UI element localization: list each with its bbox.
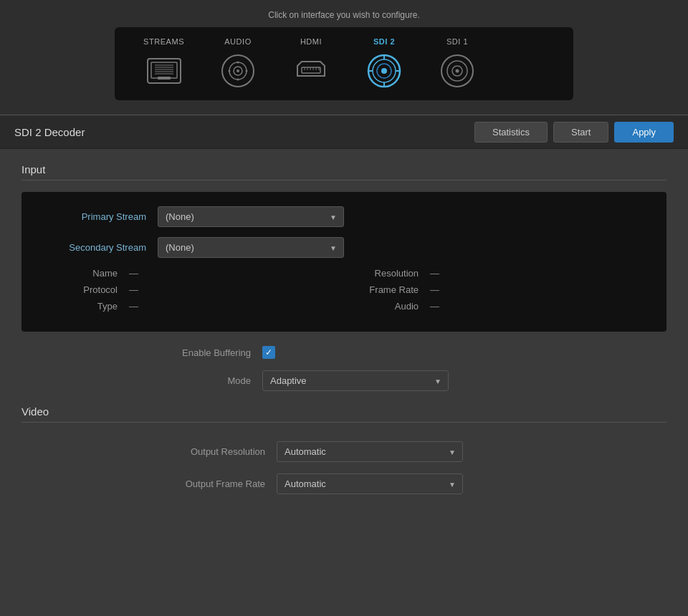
svg-point-15 <box>246 70 248 72</box>
output-resolution-select[interactable]: Automatic 1920x1080 1280x720 720x576 <box>277 441 463 462</box>
frame-rate-label: Frame Rate <box>344 284 430 295</box>
protocol-row-left: Protocol — <box>43 284 344 295</box>
audio-label: Audio <box>344 301 430 312</box>
output-frame-rate-row: Output Frame Rate Automatic 25 29.97 30 … <box>22 473 666 494</box>
secondary-stream-label: Secondary Stream <box>43 242 158 253</box>
name-label: Name <box>43 268 129 279</box>
output-frame-rate-dropdown-wrap: Automatic 25 29.97 30 50 59.94 60 ▼ <box>277 473 463 494</box>
name-row-left: Name — <box>43 268 344 279</box>
type-label: Type <box>43 301 129 312</box>
frame-rate-value: — <box>430 284 439 295</box>
device-item-hdmi[interactable]: HDMI <box>292 37 330 90</box>
video-rows: Output Resolution Automatic 1920x1080 12… <box>22 430 666 494</box>
video-section-label: Video <box>22 405 666 423</box>
input-config-box: Primary Stream (None) Stream 1 Stream 2 … <box>22 192 666 332</box>
svg-point-26 <box>381 68 387 74</box>
info-row-protocol-framerate: Protocol — Frame Rate — <box>43 284 645 295</box>
device-item-sdi1[interactable]: SDI 1 <box>438 37 477 90</box>
output-frame-rate-select[interactable]: Automatic 25 29.97 30 50 59.94 60 <box>277 473 463 494</box>
hdmi-icon <box>292 52 330 90</box>
audio-value: — <box>430 301 439 312</box>
primary-stream-select[interactable]: (None) Stream 1 Stream 2 <box>158 206 344 227</box>
sdi1-icon <box>438 52 477 90</box>
start-button[interactable]: Start <box>553 122 608 143</box>
sdi2-icon <box>365 52 403 90</box>
secondary-stream-select[interactable]: (None) Stream 1 Stream 2 <box>158 237 344 258</box>
device-bar: STREAMS AUDIO <box>115 27 573 100</box>
resolution-label: Resolution <box>344 268 430 279</box>
main-content: Input Primary Stream (None) Stream 1 Str… <box>0 149 688 520</box>
device-label-hdmi: HDMI <box>300 37 322 46</box>
device-label-audio: AUDIO <box>224 37 252 46</box>
device-label-sdi1: SDI 1 <box>446 37 468 46</box>
video-section: Video Output Resolution Automatic 1920x1… <box>22 405 666 494</box>
statistics-button[interactable]: Statistics <box>474 122 548 143</box>
input-section-label: Input <box>22 163 666 181</box>
audio-row-right: Audio — <box>344 301 645 312</box>
info-row-name-resolution: Name — Resolution — <box>43 268 645 279</box>
type-row-left: Type — <box>43 301 344 312</box>
device-label-sdi2: SDI 2 <box>373 37 395 46</box>
svg-point-13 <box>237 79 239 81</box>
output-resolution-label: Output Resolution <box>150 446 265 457</box>
svg-point-34 <box>456 69 459 73</box>
streams-icon <box>145 52 183 90</box>
mode-select[interactable]: Adaptive Fixed None <box>262 370 449 391</box>
device-item-sdi2[interactable]: SDI 2 <box>365 37 403 90</box>
type-value: — <box>129 301 138 312</box>
primary-stream-dropdown-wrap: (None) Stream 1 Stream 2 ▼ <box>158 206 344 227</box>
audio-icon <box>219 52 257 90</box>
secondary-stream-dropdown-wrap: (None) Stream 1 Stream 2 ▼ <box>158 237 344 258</box>
enable-buffering-label: Enable Buffering <box>150 347 251 358</box>
enable-buffering-row: Enable Buffering <box>22 346 666 359</box>
mode-dropdown-wrap: Adaptive Fixed None ▼ <box>262 370 449 391</box>
output-resolution-row: Output Resolution Automatic 1920x1080 12… <box>22 441 666 462</box>
output-frame-rate-label: Output Frame Rate <box>150 478 265 489</box>
svg-point-14 <box>229 70 231 72</box>
section-header: SDI 2 Decoder Statistics Start Apply <box>0 115 688 149</box>
primary-stream-label: Primary Stream <box>43 211 158 222</box>
device-item-streams[interactable]: STREAMS <box>143 37 184 90</box>
protocol-value: — <box>129 284 138 295</box>
instruction-text: Click on interface you wish to configure… <box>268 10 419 20</box>
name-value: — <box>129 268 138 279</box>
resolution-row-right: Resolution — <box>344 268 645 279</box>
protocol-label: Protocol <box>43 284 129 295</box>
svg-rect-7 <box>158 77 171 80</box>
section-title: SDI 2 Decoder <box>14 126 474 138</box>
mode-row: Mode Adaptive Fixed None ▼ <box>22 370 666 391</box>
secondary-stream-row: Secondary Stream (None) Stream 1 Stream … <box>43 237 645 258</box>
apply-button[interactable]: Apply <box>614 122 674 143</box>
mode-label: Mode <box>150 375 251 386</box>
primary-stream-row: Primary Stream (None) Stream 1 Stream 2 … <box>43 206 645 227</box>
svg-point-11 <box>236 69 239 72</box>
svg-rect-1 <box>151 62 177 78</box>
enable-buffering-checkbox[interactable] <box>262 346 275 359</box>
info-row-type-audio: Type — Audio — <box>43 301 645 312</box>
header-buttons: Statistics Start Apply <box>474 122 674 143</box>
device-label-streams: STREAMS <box>143 37 184 46</box>
device-item-audio[interactable]: AUDIO <box>219 37 257 90</box>
svg-point-12 <box>237 62 239 64</box>
framerate-row-right: Frame Rate — <box>344 284 645 295</box>
device-panel: Click on interface you wish to configure… <box>0 0 688 115</box>
output-resolution-dropdown-wrap: Automatic 1920x1080 1280x720 720x576 ▼ <box>277 441 463 462</box>
resolution-value: — <box>430 268 439 279</box>
